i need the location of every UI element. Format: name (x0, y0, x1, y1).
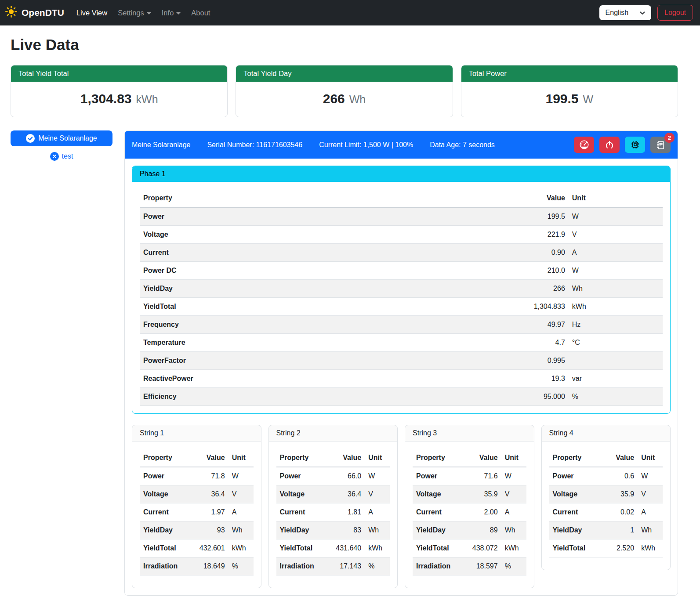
column-header-unit: Unit (228, 449, 254, 467)
column-header-value: Value (511, 189, 569, 207)
inverter-selected-button[interactable]: Meine Solaranlage (11, 130, 112, 146)
table-row: YieldDay83Wh (276, 521, 390, 539)
table-row: Power199.5W (140, 207, 663, 226)
power-icon (605, 140, 614, 150)
string-4-table: Property Value Unit Power0.6WVoltage35.9… (549, 449, 663, 557)
chevron-down-icon (176, 12, 181, 14)
brand[interactable]: OpenDTU (5, 6, 64, 20)
card-total-yield-total: Total Yield Total 1,304.83 kWh (11, 65, 228, 117)
string-3-table: Property Value Unit Power71.6WVoltage35.… (413, 449, 526, 575)
chevron-down-icon (147, 12, 151, 14)
table-row: YieldDay89Wh (413, 521, 526, 539)
inverter-actions: 2 (574, 137, 671, 153)
journal-text-icon (656, 140, 665, 150)
table-row: Irradiation18.649% (140, 557, 254, 575)
table-row: Power71.8W (140, 467, 254, 485)
inverter-card: Meine Solaranlage Serial Number: 1161716… (124, 130, 678, 596)
table-row: Current0.90A (140, 244, 663, 262)
card-unit: Wh (349, 93, 366, 106)
card-total-power: Total Power 199.5 W (461, 65, 678, 117)
card-value: 1,304.83 (80, 91, 132, 106)
column-header-property: Property (276, 449, 331, 467)
table-row: Voltage36.4V (276, 485, 390, 503)
table-row: Efficiency95.000% (140, 388, 663, 406)
summary-cards-row: Total Yield Total 1,304.83 kWh Total Yie… (11, 65, 678, 117)
table-row: YieldTotal438.072kWh (413, 539, 526, 557)
nav-about[interactable]: About (186, 5, 215, 21)
inverter-data-age: Data Age: 7 seconds (430, 141, 495, 149)
power-button[interactable] (599, 137, 620, 153)
page-title: Live Data (11, 36, 678, 54)
inverter-card-header: Meine Solaranlage Serial Number: 1161716… (125, 131, 678, 159)
column-header-property: Property (140, 189, 511, 207)
event-log-button[interactable]: 2 (650, 137, 671, 153)
card-title: Total Yield Total (11, 65, 227, 82)
strings-row: String 1 Property Value Unit (132, 425, 671, 588)
table-row: YieldTotal432.601kWh (140, 539, 254, 557)
column-header-value: Value (194, 449, 228, 467)
column-header-unit: Unit (569, 189, 663, 207)
logout-button[interactable]: Logout (657, 5, 693, 21)
table-row: YieldTotal431.640kWh (276, 539, 390, 557)
column-header-property: Property (140, 449, 194, 467)
column-header-property: Property (413, 449, 467, 467)
table-row: Irradiation18.597% (413, 557, 526, 575)
nav-settings[interactable]: Settings (112, 5, 156, 21)
table-row: Power DC210.0W (140, 262, 663, 280)
string-4-title: String 4 (542, 425, 671, 441)
table-row: YieldTotal2.520kWh (549, 539, 663, 557)
string-1-title: String 1 (132, 425, 261, 441)
inverter-limit: Current Limit: 1,500 W | 100% (319, 141, 413, 149)
card-unit: kWh (136, 93, 158, 106)
card-value: 199.5 (545, 91, 578, 106)
nav-live-view[interactable]: Live View (71, 5, 112, 21)
chevron-down-icon (640, 9, 645, 17)
card-title: Total Yield Day (236, 65, 452, 82)
main-nav: Live View Settings Info About (71, 5, 216, 21)
limit-settings-button[interactable] (574, 137, 594, 153)
inverter-name: Meine Solaranlage (132, 141, 190, 149)
phase-1-table: Property Value Unit Power199.5WVoltage22… (140, 189, 663, 406)
column-header-property: Property (549, 449, 604, 467)
brand-name: OpenDTU (22, 7, 64, 18)
string-1-table: Property Value Unit Power71.8WVoltage36.… (140, 449, 254, 575)
card-unit: W (583, 93, 594, 106)
sun-icon (5, 6, 17, 20)
string-2-card: String 2 Property Value Unit (268, 425, 398, 588)
inverter-item-test[interactable]: test (11, 152, 112, 161)
table-row: Current1.81A (276, 503, 390, 521)
x-circle-icon (50, 152, 59, 161)
table-row: YieldDay93Wh (140, 521, 254, 539)
navbar-right: English Logout (599, 5, 693, 21)
language-value: English (606, 9, 628, 17)
table-row: Voltage221.9V (140, 226, 663, 244)
column-header-value: Value (467, 449, 501, 467)
table-row: Power0.6W (549, 467, 663, 485)
string-1-card: String 1 Property Value Unit (132, 425, 261, 588)
table-row: ReactivePower19.3var (140, 370, 663, 388)
phase-1-title: Phase 1 (132, 166, 670, 182)
string-3-title: String 3 (405, 425, 534, 441)
table-row: YieldDay1Wh (549, 521, 663, 539)
string-2-title: String 2 (269, 425, 398, 441)
nav-info[interactable]: Info (156, 5, 186, 21)
string-3-card: String 3 Property Value Unit (405, 425, 534, 588)
string-4-card: String 4 Property Value Unit (541, 425, 671, 570)
device-info-button[interactable] (625, 137, 645, 153)
language-select[interactable]: English (599, 5, 651, 20)
inverter-sidebar: Meine Solaranlage test (11, 130, 112, 161)
card-title: Total Power (461, 65, 678, 82)
column-header-unit: Unit (501, 449, 526, 467)
table-row: Voltage35.9V (413, 485, 526, 503)
table-row: Current0.02A (549, 503, 663, 521)
table-row: Power66.0W (276, 467, 390, 485)
table-row: Voltage36.4V (140, 485, 254, 503)
table-row: YieldTotal1,304.833kWh (140, 298, 663, 316)
speedometer-icon (579, 140, 589, 150)
table-row: Irradiation17.143% (276, 557, 390, 575)
phase-1-card: Phase 1 Property Value Unit Power199.5WV… (132, 166, 671, 414)
table-row: PowerFactor0.995 (140, 352, 663, 370)
table-row: Power71.6W (413, 467, 526, 485)
event-count-badge: 2 (664, 133, 675, 143)
string-2-table: Property Value Unit Power66.0WVoltage36.… (276, 449, 390, 575)
